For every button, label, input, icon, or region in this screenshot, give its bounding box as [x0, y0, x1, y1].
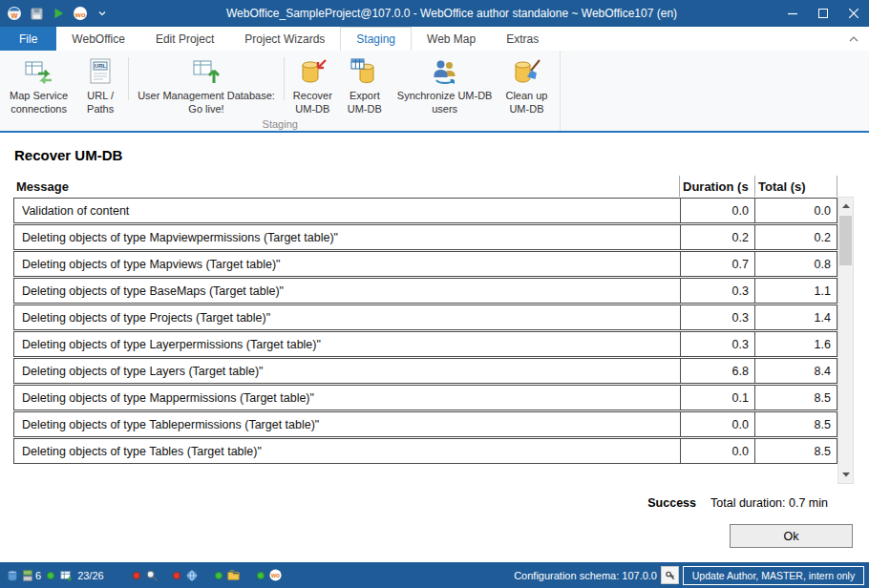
table-row[interactable]: Deleting objects of type Layers (Target … [13, 358, 837, 384]
app-icon[interactable]: w [7, 6, 22, 21]
main-content: Recover UM-DB Message Duration (s Total … [0, 133, 869, 548]
total-cell: 1.4 [754, 305, 837, 329]
table-row[interactable]: Deleting objects of type BaseMaps (Targe… [13, 278, 837, 304]
total-cell: 8.5 [754, 386, 837, 410]
table-row[interactable]: Deleting objects of type Tables (Target … [13, 438, 837, 464]
ribbon-button-label: Clean up UM-DB [505, 90, 547, 116]
files-status-group [215, 568, 242, 583]
map-service-connections-icon [24, 56, 54, 87]
close-icon[interactable] [838, 0, 869, 27]
save-icon[interactable] [29, 6, 44, 21]
total-duration-text: Total duration: 0.7 min [710, 496, 828, 510]
table-row[interactable]: Deleting objects of type Layerpermission… [13, 331, 837, 357]
weboffice-status-group: wo [257, 568, 284, 583]
total-cell: 8.4 [754, 359, 837, 383]
message-cell: Deleting objects of type Tables (Target … [14, 439, 680, 463]
message-cell: Deleting objects of type Layers (Target … [14, 359, 680, 383]
update-mode-box[interactable]: Update Author, MASTER, intern only [683, 566, 864, 585]
caret-down-icon[interactable] [95, 6, 110, 21]
weboffice-icon[interactable]: wo [268, 568, 284, 583]
magnifier-icon[interactable] [144, 568, 159, 583]
tab-file[interactable]: File [0, 27, 56, 51]
results-table-wrap: Message Duration (s Total (s) Validation… [13, 176, 855, 484]
column-header-message: Message [13, 176, 679, 197]
tab-extras[interactable]: Extras [491, 27, 554, 51]
globe-icon[interactable] [184, 568, 200, 583]
recover-umdb-icon [297, 56, 328, 87]
weboffice-icon[interactable]: wo [73, 6, 88, 21]
ribbon-button-um-db-golive[interactable]: User Management Database: Go live! [131, 53, 282, 119]
red-status-icon [173, 572, 180, 579]
total-cell: 8.5 [754, 439, 837, 463]
scroll-up-icon[interactable] [838, 198, 853, 214]
ribbon-button-label: Recover UM-DB [293, 90, 332, 116]
table-row[interactable]: Validation of content 0.0 0.0 [13, 198, 837, 223]
scrollbar-track[interactable] [838, 214, 853, 467]
export-umdb-icon [350, 56, 380, 87]
web-status-group [173, 568, 200, 583]
ribbon-button-synchronize-umdb-users[interactable]: Synchronize UM-DB users [391, 53, 499, 119]
key-icon[interactable] [661, 566, 679, 584]
server-icon[interactable] [20, 568, 35, 583]
tab-edit-project[interactable]: Edit Project [140, 27, 229, 51]
status-badge: Success [647, 496, 696, 510]
table-row[interactable]: Deleting objects of type Mapviews (Targe… [13, 251, 837, 277]
table-add-icon[interactable] [58, 568, 74, 583]
green-status-icon [47, 572, 54, 579]
message-cell: Deleting objects of type Mapviewpermissi… [14, 225, 680, 249]
tab-staging[interactable]: Staging [340, 27, 412, 51]
results-table: Message Duration (s Total (s) Validation… [13, 176, 837, 464]
ribbon-button-url-paths[interactable]: URL URL / Paths [74, 53, 126, 119]
duration-cell: 0.3 [680, 305, 754, 329]
ribbon-separator [128, 57, 129, 100]
disk-icon[interactable] [5, 568, 20, 583]
ribbon-button-label: URL / Paths [87, 90, 114, 116]
collapse-ribbon-icon[interactable] [847, 32, 860, 46]
tab-project-wizards[interactable]: Project Wizards [229, 27, 340, 51]
um-db-golive-icon [191, 56, 222, 87]
duration-cell: 0.0 [680, 199, 754, 222]
ok-row: Ok [13, 524, 855, 548]
svg-text:wo: wo [74, 10, 85, 19]
quick-access-toolbar: w wo [0, 6, 126, 21]
run-icon[interactable] [51, 6, 66, 21]
window-title: WebOffice_SampleProject@107.0.0 - WebOff… [126, 7, 777, 20]
ribbon-group-staging: Map Service connections URL URL / Paths [0, 51, 561, 131]
ribbon-button-label: User Management Database: Go live! [138, 90, 275, 116]
ribbon-button-cleanup-umdb[interactable]: Clean up UM-DB [498, 53, 554, 119]
duration-cell: 6.8 [680, 359, 754, 383]
titlebar: w wo WebOffice_SampleProject@107.0.0 - W… [0, 0, 869, 27]
tab-weboffice[interactable]: WebOffice [56, 27, 140, 51]
minimize-icon[interactable] [777, 0, 808, 27]
search-status-group [133, 568, 159, 583]
maximize-icon[interactable] [808, 0, 838, 27]
message-cell: Deleting objects of type Mappermissions … [14, 386, 680, 410]
table-row[interactable]: Deleting objects of type Mapviewpermissi… [13, 224, 837, 250]
total-cell: 0.2 [754, 225, 837, 249]
ribbon-button-recover-umdb[interactable]: Recover UM-DB [286, 53, 339, 119]
ok-button[interactable]: Ok [730, 524, 853, 548]
duration-cell: 0.0 [680, 439, 754, 463]
vertical-scrollbar[interactable] [837, 197, 854, 484]
svg-text:URL: URL [95, 63, 107, 69]
svg-text:wo: wo [270, 572, 280, 578]
ribbon-separator [284, 57, 285, 100]
table-header: Message Duration (s Total (s) [13, 176, 837, 197]
message-cell: Deleting objects of type Layerpermission… [14, 332, 680, 356]
total-cell: 1.1 [754, 279, 837, 303]
ribbon-button-export-umdb[interactable]: Export UM-DB [339, 53, 391, 119]
ribbon-button-label: Export UM-DB [348, 90, 382, 116]
duration-cell: 0.1 [680, 386, 754, 410]
folders-icon[interactable] [226, 568, 242, 583]
url-paths-icon: URL [85, 56, 116, 87]
ribbon-button-map-service-connections[interactable]: Map Service connections [3, 53, 74, 119]
duration-cell: 0.3 [680, 279, 754, 303]
scrollbar-thumb[interactable] [839, 216, 852, 265]
table-row[interactable]: Deleting objects of type Tablepermission… [13, 411, 837, 437]
ribbon-group-label: Staging [0, 118, 560, 130]
table-row[interactable]: Deleting objects of type Mappermissions … [13, 385, 837, 410]
tab-web-map[interactable]: Web Map [412, 27, 491, 51]
total-cell: 8.5 [754, 412, 837, 436]
scroll-down-icon[interactable] [838, 467, 853, 483]
table-row[interactable]: Deleting objects of type Projects (Targe… [13, 304, 837, 330]
